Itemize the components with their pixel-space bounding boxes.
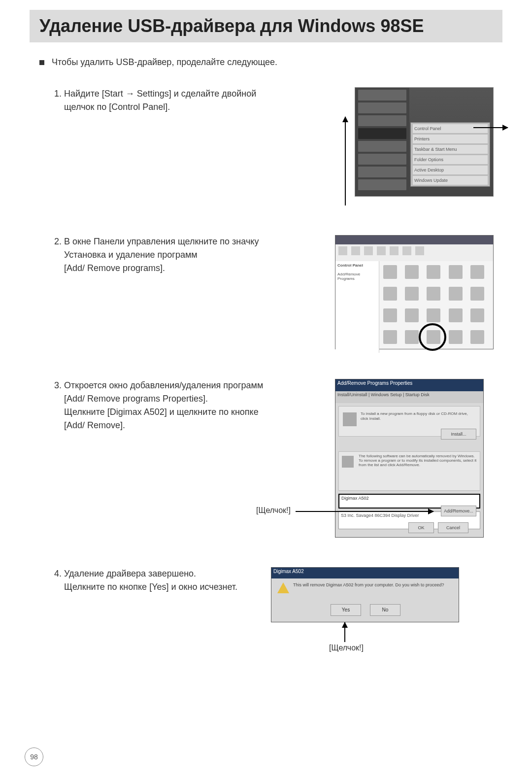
page-number: 98 — [25, 747, 43, 766]
remove-text: The following software can be automatica… — [359, 454, 476, 467]
step-1-line1: Найдите [Start → Settings] и сделайте дв… — [64, 89, 256, 99]
cp-icon — [427, 308, 440, 322]
install-button: Install... — [441, 429, 476, 440]
menu-item-settings — [358, 128, 406, 139]
control-panel-icons — [379, 261, 493, 353]
circle-highlight-icon — [419, 323, 446, 351]
cp-icon — [405, 330, 419, 344]
menu-item — [358, 179, 406, 190]
figure-3: Add/Remove Programs Properties Install/U… — [335, 379, 502, 538]
no-button: No — [370, 604, 400, 616]
step-4-line2: Щелкните по кнопке [Yes] и окно исчезнет… — [54, 580, 261, 594]
cp-icon — [383, 308, 397, 322]
ok-button: OK — [408, 522, 434, 533]
toolbar-icon — [402, 246, 411, 255]
install-icon — [343, 412, 357, 426]
cancel-button: Cancel — [438, 522, 468, 533]
step-1: 1. Найдите [Start → Settings] и сделайте… — [54, 87, 502, 205]
remove-icon — [342, 456, 354, 468]
figure-1: Control Panel Printers Taskbar & Start M… — [335, 87, 502, 205]
cp-icon — [405, 265, 419, 279]
step-4-line1: Удаление драйвера завершено. — [64, 569, 196, 578]
cp-icon — [405, 287, 419, 301]
window-titlebar — [335, 236, 493, 244]
arrow-up-icon — [344, 622, 345, 642]
step-2: 2. В окне Панели управления щелкните по … — [54, 235, 502, 349]
menu-item — [358, 141, 406, 152]
step-3-line3: Щелкните [Digimax A502] и щелкните по кн… — [54, 406, 325, 419]
submenu-item: Printers — [413, 135, 488, 143]
cp-icon — [470, 330, 484, 344]
step-2-text: 2. В окне Панели управления щелкните по … — [54, 235, 335, 275]
dialog-titlebar: Add/Remove Programs Properties — [335, 379, 483, 391]
confirm-titlebar: Digimax A502 — [271, 568, 459, 578]
cp-icon — [383, 287, 397, 301]
figure-2: Control Panel Add/Remove Programs — [335, 235, 502, 349]
sidebar-text: Add/Remove Programs — [337, 272, 360, 281]
settings-submenu: Control Panel Printers Taskbar & Start M… — [410, 122, 490, 187]
menu-item — [358, 90, 406, 101]
step-3-line2: [Add/ Remove programs Properties]. — [54, 392, 325, 406]
toolbar-icon — [377, 246, 386, 255]
cp-icon — [449, 265, 463, 279]
toolbar-icon — [338, 246, 347, 255]
step-3-line1: Откроется окно добавления/удаления прогр… — [64, 380, 263, 390]
cp-icon — [449, 287, 463, 301]
window-toolbar — [335, 244, 493, 261]
cp-icon — [470, 287, 484, 301]
step-4-text: 4. Удаление драйвера завершено. Щелкните… — [54, 567, 271, 594]
confirm-message: This will remove Digimax A502 from your … — [293, 582, 454, 587]
step-2-line1: В окне Панели управления щелкните по зна… — [64, 237, 259, 246]
step-1-text: 1. Найдите [Start → Settings] и сделайте… — [54, 87, 335, 114]
install-text: To install a new program from a floppy d… — [361, 411, 476, 421]
cp-icon — [470, 265, 484, 279]
toolbar-icon — [351, 246, 360, 255]
menu-item — [358, 115, 406, 126]
control-panel-sidebar: Control Panel Add/Remove Programs — [335, 261, 379, 353]
arrow-up-icon — [345, 117, 346, 205]
add-remove-button: Add/Remove... — [441, 506, 476, 516]
screenshot-confirm-dialog: Digimax A502 This will remove Digimax A5… — [271, 567, 459, 622]
toolbar-icon — [415, 246, 424, 255]
step-4: 4. Удаление драйвера завершено. Щелкните… — [54, 567, 502, 666]
cp-icon — [449, 330, 463, 344]
start-menu-column — [355, 88, 409, 196]
cp-icon — [470, 308, 484, 322]
step-3-text: 3. Откроется окно добавления/удаления пр… — [54, 379, 335, 432]
figure-4: Digimax A502 This will remove Digimax A5… — [271, 567, 478, 622]
cp-icon — [449, 308, 463, 322]
submenu-item: Active Desktop — [413, 166, 488, 174]
step-2-number: 2. — [54, 237, 62, 246]
step-3: 3. Откроется окно добавления/удаления пр… — [54, 379, 502, 538]
remove-panel: The following software can be automatica… — [338, 451, 480, 491]
submenu-item: Folder Options — [413, 155, 488, 164]
step-4-number: 4. — [54, 569, 62, 578]
step-3-number: 3. — [54, 380, 62, 390]
cp-icon — [427, 287, 440, 301]
submenu-item: Control Panel — [413, 124, 488, 133]
step-2-line3: [Add/ Remove programs]. — [54, 262, 325, 275]
manual-page: Удаление USB-драйвера для Windows 98SE Ч… — [0, 0, 532, 781]
bullet-square-icon — [39, 60, 44, 65]
step-2-line2: Установка и удаление программ — [54, 248, 325, 262]
toolbar-icon — [364, 246, 373, 255]
click-label: [Щелчок!] — [256, 506, 291, 515]
cp-icon — [405, 308, 419, 322]
arrow-right-icon — [296, 511, 433, 512]
submenu-item: Windows Update — [413, 176, 488, 185]
sidebar-title: Control Panel — [337, 263, 363, 268]
step-3-line4: [Add/ Remove]. — [54, 419, 325, 432]
submenu-item: Taskbar & Start Menu — [413, 145, 488, 154]
warning-icon — [277, 582, 289, 593]
toolbar-icon — [390, 246, 399, 255]
screenshot-start-menu: Control Panel Printers Taskbar & Start M… — [355, 87, 494, 197]
step-1-line2: щелчок по [Control Panel]. — [54, 101, 325, 114]
intro-line: Чтобы удалить USB-драйвер, проделайте сл… — [39, 57, 502, 68]
menu-item — [358, 167, 406, 177]
cp-icon — [427, 265, 440, 279]
click-label-2: [Щелчок!] — [329, 644, 364, 652]
intro-text: Чтобы удалить USB-драйвер, проделайте сл… — [52, 57, 277, 67]
cp-icon — [383, 330, 397, 344]
menu-item — [358, 154, 406, 165]
dialog-tabs: Install/Uninstall | Windows Setup | Star… — [335, 391, 483, 403]
